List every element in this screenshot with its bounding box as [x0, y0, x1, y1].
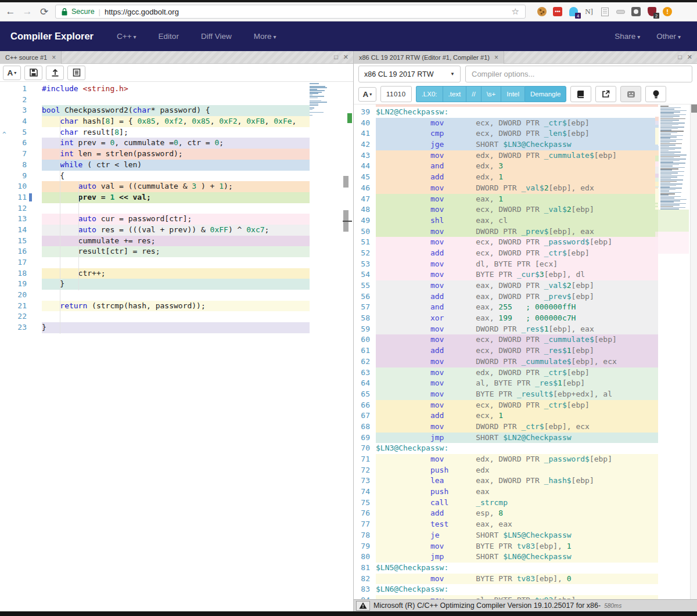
source-scrollbar[interactable] [343, 82, 352, 611]
nav-item-diff-view[interactable]: Diff View [201, 32, 232, 41]
asm-line[interactable]: 65 mov BYTE PTR _result$[ebp+edx], al [354, 389, 697, 400]
code-line[interactable]: 5^ char result[8]; [0, 127, 353, 138]
asm-line[interactable]: 69 jmp SHORT $LN2@Checkpassw [354, 433, 697, 444]
asm-line[interactable]: 59 mov DWORD PTR _res$1[ebp], eax [354, 324, 697, 335]
code-line[interactable]: 10 auto val = ((cummulate & 3 ) + 1); [0, 181, 353, 192]
code-line[interactable]: 2 [0, 95, 353, 106]
password-manager-extension-icon[interactable]: ••• [552, 6, 563, 17]
asm-line[interactable]: 80 jmp SHORT $LN6@Checkpassw [354, 552, 697, 563]
code-line[interactable]: 21 return (strcmp(hash, password)); [0, 301, 353, 312]
maximize-icon[interactable]: □ [678, 53, 682, 61]
asm-line[interactable]: 51 mov ecx, DWORD PTR _password$[ebp] [354, 237, 697, 248]
nav-item-editor[interactable]: Editor [159, 32, 179, 41]
code-line[interactable]: 18 ctr++; [0, 268, 353, 279]
asm-line[interactable]: 47 mov eax, 1 [354, 194, 697, 205]
optimization-button[interactable] [645, 86, 666, 102]
code-line[interactable]: 11 prev = 1 << val; [0, 192, 353, 203]
asm-line[interactable]: 55 mov eax, DWORD PTR _val$2[ebp] [354, 280, 697, 291]
filter-intel-button[interactable]: Intel [501, 86, 524, 102]
asm-line[interactable]: 58 xor eax, 199 ; 000000c7H [354, 313, 697, 324]
code-line[interactable]: 23} [0, 322, 353, 333]
asm-line[interactable]: 54 mov BYTE PTR _cur$3[ebp], dl [354, 269, 697, 280]
asm-line[interactable]: 73 lea eax, DWORD PTR _hash$[ebp] [354, 475, 697, 487]
filter-demangle-button[interactable]: Demangle [524, 86, 566, 102]
libraries-button[interactable] [570, 86, 591, 102]
code-line[interactable]: 20 [0, 290, 353, 301]
asm-line[interactable]: 77 test eax, eax [354, 519, 697, 530]
asm-line[interactable]: 43 mov edx, DWORD PTR _cummulate$[ebp] [354, 150, 697, 161]
filter-labels-button[interactable]: .LX0: [416, 86, 443, 102]
font-size-button[interactable]: A▾ [3, 66, 21, 80]
warning-button[interactable] [356, 601, 370, 611]
asm-editor[interactable]: 39$LN2@Checkpassw:40 mov ecx, DWORD PTR … [354, 105, 697, 599]
asm-line[interactable]: 72 push edx [354, 465, 697, 476]
address-bar[interactable]: Secure | https://gcc.godbolt.org ☆ [55, 5, 526, 19]
ghostery-extension-icon[interactable]: 4 [568, 6, 579, 17]
compiler-options-input[interactable] [465, 66, 692, 82]
notes-extension-icon[interactable]: N] [584, 6, 594, 17]
asm-line[interactable]: 57 and eax, 255 ; 000000ffH [354, 302, 697, 313]
asm-line[interactable]: 39$LN2@Checkpassw: [354, 107, 697, 118]
browser-forward-icon[interactable]: → [21, 6, 33, 17]
asm-line[interactable]: 56 add eax, DWORD PTR _prev$[ebp] [354, 291, 697, 302]
close-pane-icon[interactable]: ✕ [343, 53, 348, 61]
asm-line[interactable]: 53 mov dl, BYTE PTR [ecx] [354, 259, 697, 270]
page-extension-icon[interactable] [599, 6, 610, 17]
asm-font-size-button[interactable]: A▾ [358, 87, 376, 102]
asm-line[interactable]: 46 mov DWORD PTR _val$2[ebp], edx [354, 183, 697, 194]
compiler-selector[interactable]: x86 CL 19 2017 RTW ▼ [358, 66, 461, 82]
asm-line[interactable]: 68 mov DWORD PTR _ctr$[ebp], ecx [354, 422, 697, 433]
pill-extension-icon[interactable] [615, 6, 626, 17]
nav-item-more[interactable]: More▾ [254, 32, 276, 41]
close-icon[interactable]: × [494, 53, 498, 62]
asm-line[interactable]: 82 mov BYTE PTR tv83[ebp], 0 [354, 574, 697, 585]
source-tab[interactable]: C++ source #1 × [0, 51, 62, 64]
asm-line[interactable]: 64 mov al, BYTE PTR _res$1[ebp] [354, 378, 697, 389]
code-line[interactable]: 8 while ( ctr < len) [0, 160, 353, 171]
code-line[interactable]: 7 int len = strlen(password); [0, 149, 353, 160]
asm-line[interactable]: 52 add ecx, DWORD PTR _ctr$[ebp] [354, 248, 697, 259]
asm-line[interactable]: 61 add ecx, DWORD PTR _res$1[ebp] [354, 345, 697, 356]
code-line[interactable]: 16 result[ctr] = res; [0, 246, 353, 257]
filter-directives-button[interactable]: .text [443, 86, 466, 102]
scrollbar-thumb[interactable] [691, 105, 697, 113]
asm-line[interactable]: 40 mov ecx, DWORD PTR _ctr$[ebp] [354, 118, 697, 129]
asm-line[interactable]: 74 push eax [354, 487, 697, 498]
asm-line[interactable]: 83$LN6@Checkpassw: [354, 584, 697, 595]
asm-minimap[interactable] [655, 106, 689, 254]
asm-line[interactable]: 45 add edx, 1 [354, 172, 697, 183]
asm-line[interactable]: 71 mov edx, DWORD PTR _password$[ebp] [354, 454, 697, 465]
asm-line[interactable]: 66 mov ecx, DWORD PTR _ctr$[ebp] [354, 400, 697, 411]
close-pane-icon[interactable]: ✕ [687, 53, 692, 61]
code-line[interactable]: 19 } [0, 279, 353, 290]
code-line[interactable]: 9 { [0, 171, 353, 182]
browser-reload-icon[interactable]: ⟳ [38, 6, 50, 18]
asm-line[interactable]: 70$LN3@Checkpassw: [354, 443, 697, 454]
asm-line[interactable]: 49 shl eax, cl [354, 215, 697, 226]
view-options-button[interactable] [67, 66, 85, 80]
asm-line[interactable]: 79 mov BYTE PTR tv83[ebp], 1 [354, 541, 697, 552]
code-line[interactable]: 17 [0, 257, 353, 268]
asm-line[interactable]: 67 add ecx, 1 [354, 410, 697, 422]
asm-line[interactable]: 75 call _strcmp [354, 498, 697, 509]
asm-line[interactable]: 41 cmp ecx, DWORD PTR _len$[ebp] [354, 128, 697, 139]
code-line[interactable]: 15 cummulate += res; [0, 236, 353, 247]
code-line[interactable]: 14 auto res = (((val + prev)) & 0xFF) ^ … [0, 225, 353, 236]
asm-line[interactable]: 78 je SHORT $LN5@Checkpassw [354, 530, 697, 541]
code-line[interactable]: 6 int prev = 0, cummulate =0, ctr = 0; [0, 138, 353, 149]
asm-line[interactable]: 50 mov DWORD PTR _prev$[ebp], eax [354, 226, 697, 237]
code-line[interactable]: 12 [0, 203, 353, 214]
asm-line[interactable]: 81$LN5@Checkpassw: [354, 563, 697, 574]
asm-line[interactable]: 48 mov ecx, DWORD PTR _val$2[ebp] [354, 204, 697, 215]
open-new-window-button[interactable] [595, 86, 616, 102]
asm-scrollbar[interactable] [690, 105, 697, 599]
source-minimap[interactable] [310, 83, 327, 116]
url-text[interactable]: https://gcc.godbolt.org [105, 8, 508, 16]
dark-extension-icon[interactable] [631, 6, 641, 17]
load-save-button[interactable] [46, 66, 64, 80]
compiler-tab[interactable]: x86 CL 19 2017 RTW (Editor #1, Compiler … [354, 51, 504, 64]
nav-item-share[interactable]: Share▾ [615, 32, 640, 41]
code-line[interactable]: 4 char hash[8] = { 0x85, 0xf2, 0x85, 0xF… [0, 116, 353, 127]
filter-binary-button[interactable]: 11010 [380, 86, 412, 102]
nav-item-language[interactable]: C++▾ [117, 32, 136, 41]
